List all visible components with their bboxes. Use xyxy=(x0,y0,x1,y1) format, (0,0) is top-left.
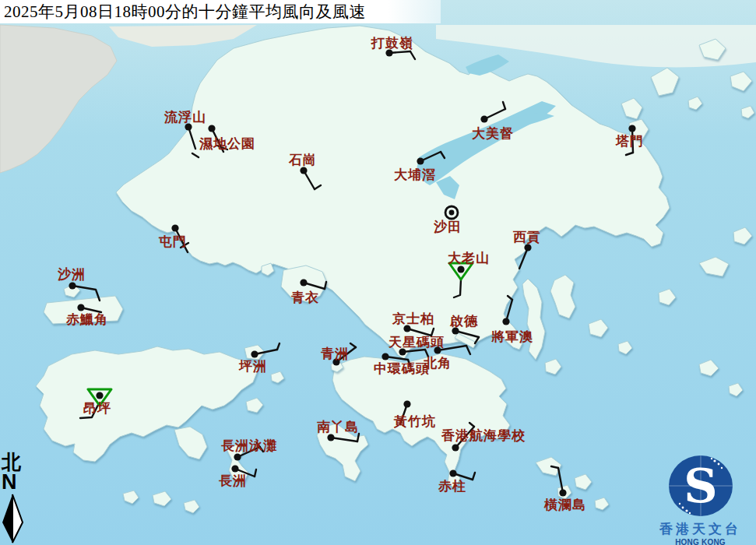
station-label: 青衣 xyxy=(291,290,319,305)
station-label: 濕地公園 xyxy=(199,136,255,151)
svg-text:S: S xyxy=(684,459,717,513)
station-label: 大美督 xyxy=(472,125,514,141)
station-dot xyxy=(96,392,103,399)
station-dot xyxy=(234,453,241,460)
station-label: 橫瀾島 xyxy=(543,498,586,512)
station-dot xyxy=(403,400,410,407)
station-dot xyxy=(300,167,307,174)
hko-logo[interactable]: S 香港天文台 HONG KONG OBSERVATORY xyxy=(645,453,756,545)
station-label: 石崗 xyxy=(288,153,317,167)
station-label: 長洲 xyxy=(219,473,247,488)
hko-logo-cn: 香港天文台 xyxy=(645,520,756,538)
station-label: 西貢 xyxy=(512,230,541,244)
map-title: 2025年5月08日18時00分的十分鐘平均風向及風速 xyxy=(0,1,366,23)
station-label: 中環碼頭 xyxy=(374,361,430,376)
station-dot xyxy=(480,115,487,122)
station-label: 沙洲 xyxy=(57,267,86,282)
compass-north: 北 N xyxy=(2,452,28,545)
station-label: 大老山 xyxy=(448,251,490,265)
station-label: 赤鱲角 xyxy=(65,312,108,327)
station-dot xyxy=(452,444,459,451)
station-label: 坪洲 xyxy=(238,359,267,374)
wind-map-page: 打鼓嶺流浮山濕地公園石崗大美督大埔滘塔門沙田屯門西貢沙洲赤鱲角青衣大老山京士柏啟… xyxy=(0,0,756,545)
station-label: 南丫島 xyxy=(317,420,359,434)
station-label: 將軍澳 xyxy=(491,329,533,344)
station-dot xyxy=(434,346,441,353)
station-dot xyxy=(300,279,307,286)
station-dot xyxy=(449,469,456,476)
hko-logo-en: HONG KONG OBSERVATORY xyxy=(645,538,756,545)
station-dot xyxy=(559,489,566,496)
hko-logo-icon: S xyxy=(666,453,736,519)
station-label: 啟德 xyxy=(449,314,478,329)
station-dot xyxy=(628,125,635,132)
station-label: 京士柏 xyxy=(392,311,434,326)
station-dot xyxy=(171,224,178,231)
station-dot xyxy=(457,265,464,272)
station-label: 昂坪 xyxy=(83,401,111,416)
station-label: 大埔滘 xyxy=(394,167,436,182)
station-dot xyxy=(382,353,389,360)
station-dot xyxy=(524,244,531,251)
station-label: 黃竹坑 xyxy=(393,413,436,429)
compass-label-cn: 北 xyxy=(2,452,28,472)
station-dot xyxy=(231,465,238,472)
station-dot xyxy=(449,210,455,216)
station-label: 長洲泳灘 xyxy=(221,438,277,453)
station-label: 流浮山 xyxy=(164,110,206,125)
station-label: 塔門 xyxy=(615,134,644,149)
compass-label-en: N xyxy=(2,473,28,493)
compass-arrow-icon xyxy=(2,493,23,544)
station-dot xyxy=(251,350,258,357)
station-label: 赤柱 xyxy=(438,479,466,494)
station-dot xyxy=(417,157,424,164)
station-dot xyxy=(327,434,334,441)
station-dot xyxy=(502,318,509,325)
hk-wind-map: 打鼓嶺流浮山濕地公園石崗大美督大埔滘塔門沙田屯門西貢沙洲赤鱲角青衣大老山京士柏啟… xyxy=(0,0,756,545)
title-bar: 2025年5月08日18時00分的十分鐘平均風向及風速 xyxy=(0,0,441,23)
station-label: 沙田 xyxy=(433,220,462,234)
station-dot xyxy=(208,125,215,132)
station-dot xyxy=(69,282,76,289)
station-label: 打鼓嶺 xyxy=(371,36,413,51)
station-label: 香港航海學校 xyxy=(441,428,526,443)
station-dot xyxy=(77,304,84,311)
station-label: 青洲 xyxy=(321,346,349,361)
station-label: 屯門 xyxy=(158,234,187,249)
